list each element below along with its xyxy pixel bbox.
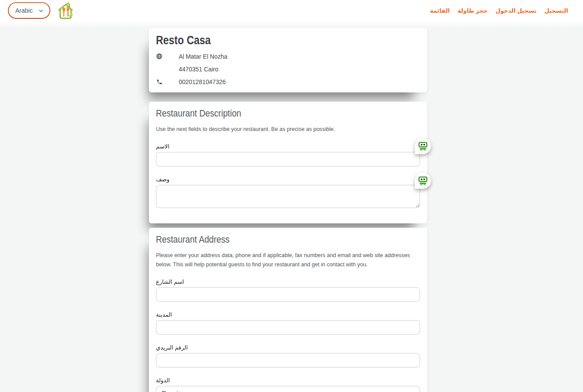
country-field-group: الدولة Egypt: [156, 377, 420, 392]
description-section-title: Restaurant Description: [156, 108, 420, 119]
address-section-title: Restaurant Address: [156, 234, 420, 245]
language-selector-value: Arabic: [15, 7, 33, 14]
description-textarea[interactable]: [156, 185, 420, 208]
name-input[interactable]: [156, 152, 420, 166]
globe-icon: [156, 53, 163, 60]
country-select[interactable]: Egypt: [156, 386, 420, 392]
autofill-extension-badge[interactable]: [415, 173, 431, 189]
nav-login[interactable]: تسجيل الدخول: [495, 7, 537, 14]
description-intro: Use the next fields to describe your res…: [156, 124, 420, 134]
address-line-2: 4470351 Cairo: [179, 65, 219, 73]
street-input[interactable]: [156, 287, 420, 302]
address-intro: Please enter your address data, phone an…: [156, 251, 420, 269]
country-field-label: الدولة: [156, 377, 170, 384]
phone-number: 00201281047326: [179, 78, 226, 85]
postal-code-input[interactable]: [156, 353, 420, 367]
address-row-2: 4470351 Cairo: [156, 66, 420, 72]
street-field-group: اسم الشارع: [156, 279, 420, 302]
chevron-down-icon: [38, 8, 44, 14]
restaurant-description-card: Restaurant Description Use the next fiel…: [149, 102, 427, 223]
description-field-group: وصف: [156, 176, 420, 210]
description-field-label: وصف: [156, 176, 170, 183]
street-field-label: اسم الشارع: [156, 279, 184, 285]
restaurant-address-card: Restaurant Address Please enter your add…: [149, 228, 427, 392]
phone-icon: [156, 79, 163, 85]
nav-register[interactable]: التسجيل: [544, 7, 568, 14]
restaurant-home-logo[interactable]: [56, 1, 75, 20]
restaurant-name: Resto Casa: [156, 34, 420, 47]
nav-book-table[interactable]: حجز طاولة: [458, 7, 488, 14]
main-nav: التسجيل تسجيل الدخول حجز طاولة القائمة: [430, 7, 583, 14]
header-shadow: [0, 21, 583, 28]
phone-row: 00201281047326: [156, 78, 420, 85]
postal-code-field-label: الرقم البريدي: [156, 344, 188, 351]
top-header: Arabic التسجيل تسجيل الدخ: [0, 0, 583, 21]
name-field-label: الاسم: [156, 143, 170, 150]
address-row-1: Al Matar El Nozha: [156, 53, 420, 60]
name-field-group: الاسم: [156, 143, 420, 166]
autofill-extension-badge[interactable]: [415, 138, 431, 154]
content-column: Resto Casa Al Matar El Nozha 4470351 Cai…: [149, 28, 427, 392]
postal-code-field-group: الرقم البريدي: [156, 344, 420, 367]
restaurant-summary-card: Resto Casa Al Matar El Nozha 4470351 Cai…: [149, 28, 427, 92]
city-field-label: المدينة: [156, 311, 172, 318]
city-input[interactable]: [156, 320, 420, 335]
language-selector[interactable]: Arabic: [8, 2, 50, 19]
address-line-1: Al Matar El Nozha: [179, 53, 227, 60]
city-field-group: المدينة: [156, 311, 420, 335]
nav-menu[interactable]: القائمة: [430, 7, 450, 14]
